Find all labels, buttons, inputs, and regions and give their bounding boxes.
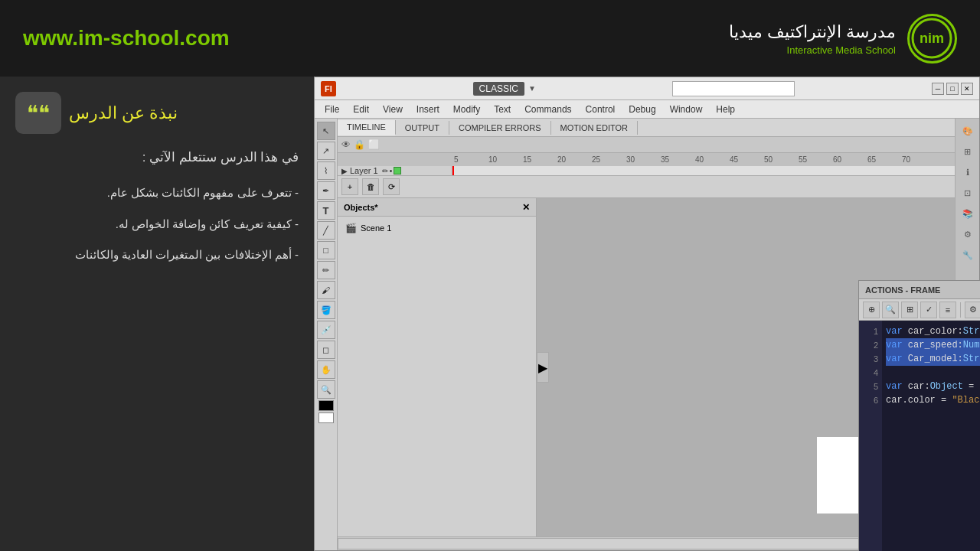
stroke-color[interactable] xyxy=(318,400,334,411)
line-num-5: 5 xyxy=(874,380,878,393)
menu-file[interactable]: File xyxy=(318,103,345,116)
tab-output[interactable]: OUTPUT xyxy=(396,121,449,135)
restore-button[interactable]: □ xyxy=(946,83,959,95)
school-logo: nim xyxy=(907,14,957,64)
check-syntax-btn[interactable]: ✓ xyxy=(920,302,937,318)
pencil-tool[interactable]: ✏ xyxy=(317,261,335,279)
pencil-icon[interactable]: ✏ xyxy=(382,167,388,175)
lesson-badge: ❝❝ نبذة عن الدرس xyxy=(15,92,299,134)
actions-titlebar: ACTIONS - FRAME ≡ ✕ xyxy=(859,281,980,299)
workspace-selector[interactable]: CLASSIC ▼ xyxy=(473,82,536,96)
menu-edit[interactable]: Edit xyxy=(347,103,375,116)
menu-insert[interactable]: Insert xyxy=(410,103,446,116)
close-button[interactable]: ✕ xyxy=(961,83,973,95)
layer-color-box xyxy=(394,167,401,174)
classic-label: CLASSIC xyxy=(473,82,524,96)
align-panel-btn[interactable]: ⊞ xyxy=(959,142,977,161)
add-statement-btn[interactable]: ⊕ xyxy=(863,302,880,318)
window-titlebar: Fl CLASSIC ▼ ─ □ ✕ xyxy=(315,77,979,100)
school-branding: مدرسة الإنتراكتيف ميديا Interactive Medi… xyxy=(729,14,957,64)
code-line-5: var car:Object = new Object(); xyxy=(886,380,980,393)
learn-items: - تتعرف على مفهوم الكائنات بشكل عام. - ك… xyxy=(15,184,299,264)
eraser-tool[interactable]: ◻ xyxy=(317,341,335,359)
menu-text[interactable]: Text xyxy=(488,103,517,116)
menu-help[interactable]: Help xyxy=(710,103,741,116)
brush-tool[interactable]: 🖌 xyxy=(317,281,335,299)
code-editor[interactable]: 1 2 3 4 5 6 var car_color:String = "Blac… xyxy=(859,321,980,551)
layer-frames[interactable] xyxy=(452,166,955,175)
fill-tool[interactable]: 🪣 xyxy=(317,301,335,319)
motion-tween-btn[interactable]: ⟳ xyxy=(383,178,400,195)
library-panel-btn[interactable]: 📚 xyxy=(959,204,977,223)
add-layer-btn[interactable]: + xyxy=(341,178,358,195)
auto-format-btn[interactable]: ≡ xyxy=(939,302,956,318)
line-num-2: 2 xyxy=(874,338,878,352)
learn-item-1: - تتعرف على مفهوم الكائنات بشكل عام. xyxy=(15,184,299,202)
svg-text:nim: nim xyxy=(920,31,944,46)
find-btn[interactable]: 🔍 xyxy=(882,302,899,318)
delete-layer-btn[interactable]: 🗑 xyxy=(362,178,379,195)
learn-item-3: - أهم الإختلافات بين المتغيرات العادية و… xyxy=(15,246,299,264)
arrow-tool[interactable]: ↖ xyxy=(317,122,335,140)
line-num-6: 6 xyxy=(874,393,878,407)
rect-tool[interactable]: □ xyxy=(317,241,335,259)
website-url: www.im-school.com xyxy=(23,26,230,51)
menu-commands[interactable]: Commands xyxy=(518,103,577,116)
workspace-dropdown-arrow[interactable]: ▼ xyxy=(528,84,536,93)
search-input[interactable] xyxy=(672,81,795,96)
insert-path-btn[interactable]: ⊞ xyxy=(901,302,918,318)
menu-control[interactable]: Control xyxy=(580,103,622,116)
scene-label: Scene 1 xyxy=(361,223,391,233)
layer-label: Layer 1 xyxy=(350,166,378,175)
props-panel-btn[interactable]: ⚙ xyxy=(959,225,977,243)
transform-panel-btn[interactable]: ⊡ xyxy=(959,184,977,202)
objects-panel: Objects* ✕ 🎬 Scene 1 xyxy=(338,198,537,536)
line-tool[interactable]: ╱ xyxy=(317,221,335,240)
zoom-tool[interactable]: 🔍 xyxy=(317,380,335,399)
eyedropper-tool[interactable]: 💉 xyxy=(317,321,335,339)
lock-icon[interactable]: 🔒 xyxy=(354,139,365,150)
menu-view[interactable]: View xyxy=(377,103,409,116)
menu-modify[interactable]: Modify xyxy=(447,103,486,116)
debug-options-btn[interactable]: ⚙ xyxy=(965,302,980,318)
color-panel-btn[interactable]: 🎨 xyxy=(959,122,977,140)
line-num-1: 1 xyxy=(874,324,878,338)
subselect-tool[interactable]: ↗ xyxy=(317,142,335,160)
line-numbers: 1 2 3 4 5 6 xyxy=(859,321,882,551)
fill-color[interactable] xyxy=(318,412,334,423)
menu-debug[interactable]: Debug xyxy=(622,103,662,116)
minimize-button[interactable]: ─ xyxy=(932,83,944,95)
code-line-4 xyxy=(886,366,980,380)
text-tool[interactable]: T xyxy=(317,201,335,220)
line-num-4: 4 xyxy=(874,366,878,380)
flash-window: Fl CLASSIC ▼ ─ □ ✕ File Edit View Insert… xyxy=(314,77,980,551)
code-line-1: var car_color:String = "Black"; xyxy=(886,324,980,338)
objects-panel-close[interactable]: ✕ xyxy=(522,202,530,213)
code-line-3: var Car_model:String = "BMW 2010"; xyxy=(886,352,980,366)
eye-icon[interactable]: 👁 xyxy=(341,139,351,150)
code-content[interactable]: var car_color:String = "Black"; var car_… xyxy=(882,321,980,551)
content-area: ❝❝ نبذة عن الدرس في هذا الدرس ستتعلم الآ… xyxy=(0,77,980,551)
pen-tool[interactable]: ✒ xyxy=(317,181,335,200)
layer-icon: ▶ xyxy=(341,167,348,175)
scene-item[interactable]: 🎬 Scene 1 xyxy=(341,220,532,236)
lasso-tool[interactable]: ⌇ xyxy=(317,161,335,180)
actions-title: ACTIONS - FRAME xyxy=(865,285,940,295)
info-panel-btn[interactable]: ℹ xyxy=(959,163,977,181)
tab-timeline[interactable]: TIMELINE xyxy=(338,120,396,135)
tab-compiler-errors[interactable]: COMPILER ERRORS xyxy=(449,121,551,135)
panel-collapse-arrow[interactable]: ▶ xyxy=(537,352,549,383)
hand-tool[interactable]: ✋ xyxy=(317,360,335,379)
outline-icon[interactable]: ⬜ xyxy=(368,139,380,150)
speech-bubble-icon: ❝❝ xyxy=(15,92,61,134)
left-sidebar: ❝❝ نبذة عن الدرس في هذا الدرس ستتعلم الآ… xyxy=(0,77,314,551)
timeline-tabs: TIMELINE OUTPUT COMPILER ERRORS MOTION E… xyxy=(338,119,955,137)
menu-window[interactable]: Window xyxy=(664,103,709,116)
tab-motion-editor[interactable]: MOTION EDITOR xyxy=(551,121,638,135)
line-num-3: 3 xyxy=(874,352,878,366)
lesson-title: نبذة عن الدرس xyxy=(69,103,178,123)
timeline-header: 👁 🔒 ⬜ xyxy=(338,137,955,153)
actions-toolbar: ⊕ 🔍 ⊞ ✓ ≡ ⚙ ◱ ◳ ◎ ⬇ ⬆ ? ⊛ Script Assist … xyxy=(859,299,980,321)
components-panel-btn[interactable]: 🔧 xyxy=(959,246,977,264)
objects-tree: 🎬 Scene 1 xyxy=(338,217,536,240)
